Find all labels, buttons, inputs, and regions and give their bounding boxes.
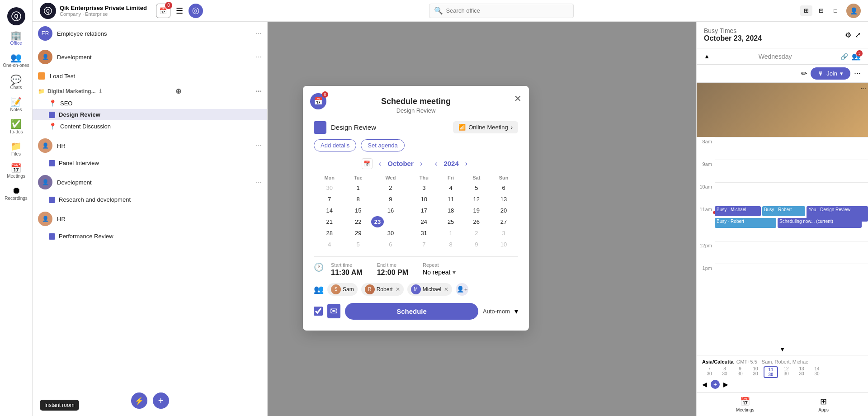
calendar-day[interactable]: 28 — [314, 227, 345, 239]
meetings-nav-item[interactable]: 📅 Meetings — [736, 397, 755, 412]
share-button[interactable]: 🔗 — [840, 53, 848, 60]
calendar-day[interactable]: 30 — [371, 227, 410, 239]
hamburger-icon[interactable]: ☰ — [176, 6, 183, 16]
join-button[interactable]: 🎙 Join ▾ — [811, 67, 850, 80]
calendar-day[interactable]: 17 — [410, 205, 438, 216]
auto-dropdown-icon[interactable]: ▾ — [514, 307, 518, 316]
end-time-value[interactable]: 12:00 PM — [377, 269, 408, 277]
calendar-day[interactable]: 21 — [314, 216, 345, 227]
calendar-day[interactable]: 2 — [371, 182, 410, 194]
calendar-day[interactable]: 13 — [489, 194, 518, 205]
channel-content-discussion[interactable]: 📍 Content Discussion — [33, 120, 267, 132]
notification-button[interactable]: 📅 0 — [156, 4, 170, 18]
edit-button[interactable]: ✏ — [801, 69, 807, 78]
calendar-day[interactable]: 24 — [410, 216, 438, 227]
add-time-slot-button[interactable]: + — [711, 380, 720, 389]
lightning-button[interactable]: ⚡ — [131, 392, 147, 409]
calendar-day[interactable]: 3 — [410, 182, 438, 194]
calendar-day[interactable]: 27 — [489, 216, 518, 227]
full-view-button[interactable]: □ — [830, 5, 841, 16]
channel-research[interactable]: Research and development — [33, 194, 267, 205]
mini-cal-next-button[interactable]: ▶ — [723, 381, 728, 388]
calendar-day[interactable]: 14 — [314, 205, 345, 216]
calendar-day[interactable]: 2 — [463, 227, 489, 239]
sidebar-item-recordings[interactable]: ⏺ Recordings — [0, 182, 32, 204]
calendar-day[interactable]: 25 — [438, 216, 464, 227]
search-box[interactable]: 🔍 — [429, 4, 574, 18]
calendar-day[interactable]: 10 — [410, 194, 438, 205]
remove-robert-button[interactable]: ✕ — [395, 286, 400, 293]
split-view-button[interactable]: ⊟ — [815, 5, 827, 16]
channel-employee-relations[interactable]: ER Employee relations ··· — [33, 22, 267, 45]
calendar-day[interactable]: 19 — [463, 205, 489, 216]
channel-development-1[interactable]: 👤 Development ··· — [33, 45, 267, 69]
channel-menu-icon[interactable]: ··· — [256, 53, 262, 61]
user-avatar[interactable]: 👤 — [846, 4, 861, 18]
channel-development-2[interactable]: 👤 Development ··· — [33, 170, 267, 194]
sidebar-item-one-on-ones[interactable]: 👥 One-on-ones — [0, 49, 32, 71]
calendar-day[interactable]: 15 — [345, 205, 371, 216]
add-attendee-button[interactable]: 👤+ — [456, 283, 468, 296]
calendar-day[interactable]: 26 — [463, 216, 489, 227]
sidebar-item-chats[interactable]: 💬 Chats — [0, 71, 32, 94]
scroll-down-button[interactable]: ▼ — [700, 346, 864, 353]
calendar-day[interactable]: 31 — [410, 227, 438, 239]
calendar-day[interactable]: 18 — [438, 205, 464, 216]
calendar-day[interactable]: 6 — [489, 182, 518, 194]
app-icon-button[interactable]: Q — [189, 4, 203, 18]
calendar-day[interactable]: 16 — [371, 205, 410, 216]
prev-year-button[interactable]: ‹ — [432, 158, 440, 170]
sidebar-item-notes[interactable]: 📝 Notes — [0, 94, 32, 116]
channel-menu-icon[interactable]: ··· — [256, 29, 262, 38]
set-agenda-button[interactable]: Set agenda — [361, 139, 405, 151]
meeting-type-button[interactable]: 📶 Online Meeting › — [453, 121, 518, 133]
channel-menu-icon[interactable]: ··· — [256, 142, 262, 150]
calendar-day[interactable]: 3 — [489, 227, 518, 239]
repeat-select[interactable]: No repeat ▾ — [423, 269, 518, 276]
calendar-day[interactable]: 1 — [438, 227, 464, 239]
thumbnail-more-icon[interactable]: ··· — [860, 85, 866, 93]
calendar-day[interactable]: 9 — [463, 239, 489, 250]
calendar-day[interactable]: 5 — [345, 239, 371, 250]
mini-cal-prev-button[interactable]: ◀ — [702, 381, 707, 388]
calendar-day[interactable]: 8 — [345, 194, 371, 205]
channel-design-review[interactable]: Design Review — [33, 109, 267, 120]
calendar-day[interactable]: 7 — [314, 194, 345, 205]
channel-hr-1[interactable]: 👤 HR ··· — [33, 134, 267, 157]
calendar-day[interactable]: 4 — [314, 239, 345, 250]
expand-button[interactable]: ⤢ — [855, 31, 861, 39]
prev-month-button[interactable]: ‹ — [376, 158, 384, 170]
section-digital-marketing[interactable]: 📁 Digital Marketing... ℹ ⊕ ··· — [33, 83, 267, 97]
modal-close-button[interactable]: ✕ — [514, 93, 522, 104]
meeting-name-input[interactable] — [331, 123, 448, 131]
calendar-day[interactable]: 9 — [371, 194, 410, 205]
sidebar-item-meetings[interactable]: 📅 Meetings — [0, 160, 32, 182]
calendar-day[interactable]: 23 — [371, 216, 384, 227]
sidebar-item-office[interactable]: 🏢 Office — [0, 27, 32, 49]
calendar-day[interactable]: 22 — [345, 216, 371, 227]
calendar-day[interactable]: 6 — [371, 239, 410, 250]
schedule-button[interactable]: Schedule — [345, 303, 478, 320]
search-input[interactable] — [446, 7, 569, 14]
calendar-day[interactable]: 30 — [314, 182, 345, 194]
settings-button[interactable]: ⚙ — [845, 31, 851, 39]
start-time-value[interactable]: 11:30 AM — [331, 269, 363, 277]
calendar-day[interactable]: 29 — [345, 227, 371, 239]
grid-view-button[interactable]: ⊞ — [800, 5, 812, 16]
sidebar-item-todos[interactable]: ✅ To-dos — [0, 116, 32, 138]
remove-michael-button[interactable]: ✕ — [443, 286, 448, 293]
calendar-day[interactable]: 8 — [438, 239, 464, 250]
calendar-day[interactable]: 11 — [438, 194, 464, 205]
add-details-button[interactable]: Add details — [314, 139, 356, 151]
calendar-day[interactable]: 1 — [345, 182, 371, 194]
channel-seo[interactable]: 📍 SEO — [33, 97, 267, 109]
next-year-button[interactable]: › — [462, 158, 470, 170]
sidebar-item-files[interactable]: 📁 Files — [0, 138, 32, 160]
add-button[interactable]: + — [153, 392, 169, 409]
more-options-icon[interactable]: ··· — [854, 69, 861, 78]
channel-panel-interview[interactable]: Panel Interview — [33, 157, 267, 169]
channel-load-test[interactable]: Load Test — [33, 69, 267, 83]
channel-hr-2[interactable]: 👤 HR — [33, 207, 267, 231]
apps-nav-item[interactable]: ⊞ Apps — [818, 397, 829, 412]
calendar-day[interactable]: 7 — [410, 239, 438, 250]
